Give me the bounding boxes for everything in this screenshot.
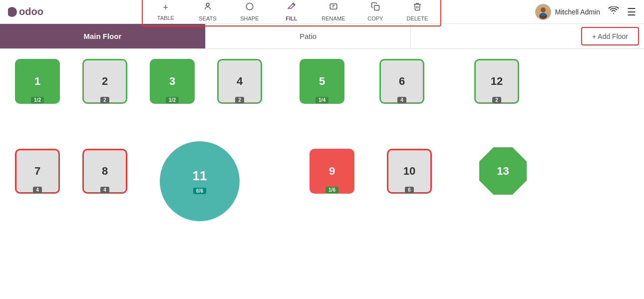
copy-icon [371, 2, 380, 13]
svg-text:odoo: odoo [19, 6, 43, 17]
delete-icon [413, 2, 422, 13]
app-header: odoo + TABLE SEATS SHAPE [0, 0, 644, 24]
toolbar-rename[interactable]: RENAME [319, 2, 348, 21]
svg-point-0 [8, 7, 17, 17]
shape-icon [245, 2, 254, 13]
floor-tab-main[interactable]: Main Floor [0, 24, 206, 48]
rename-icon [329, 2, 338, 13]
fill-icon [287, 2, 296, 13]
svg-point-2 [206, 3, 209, 6]
floor-content: 1 1/2 2 2 3 1/2 4 2 5 1/4 6 4 [0, 49, 644, 273]
table-9[interactable]: 9 1/6 [310, 149, 354, 194]
toolbar-seats[interactable]: SEATS [193, 2, 223, 21]
header-right: Mitchell Admin ☰ [535, 4, 636, 20]
toolbar-copy[interactable]: COPY [360, 2, 390, 21]
add-floor-button[interactable]: + Add Floor [581, 27, 639, 45]
table-1[interactable]: 1 1/2 [15, 59, 60, 104]
table-3[interactable]: 3 1/2 [150, 59, 195, 104]
odoo-logo: odoo [8, 5, 48, 19]
table-4[interactable]: 4 2 [217, 59, 262, 104]
table-7[interactable]: 7 4 [15, 149, 60, 194]
toolbar-delete[interactable]: DELETE [402, 2, 432, 21]
table-2[interactable]: 2 2 [82, 59, 127, 104]
table-12[interactable]: 12 2 [474, 59, 519, 104]
table-5[interactable]: 5 1/4 [300, 59, 344, 104]
floor-tab-patio[interactable]: Patio [206, 24, 411, 48]
table-8[interactable]: 8 4 [82, 149, 127, 194]
svg-point-8 [541, 7, 546, 12]
svg-rect-10 [540, 14, 546, 16]
wifi-icon [608, 6, 619, 17]
toolbar: + TABLE SEATS SHAPE [142, 0, 441, 26]
svg-rect-6 [374, 5, 379, 10]
table-11[interactable]: 11 6/6 [160, 141, 240, 221]
seats-icon [203, 2, 212, 13]
toolbar-shape[interactable]: SHAPE [235, 2, 265, 21]
avatar [535, 4, 551, 20]
toolbar-table[interactable]: + TABLE [151, 2, 181, 21]
table-icon: + [163, 2, 169, 13]
table-6[interactable]: 6 4 [379, 59, 424, 104]
user-name: Mitchell Admin [555, 8, 600, 16]
table-10[interactable]: 10 6 [387, 149, 432, 194]
toolbar-fill[interactable]: FILL [277, 2, 307, 21]
user-info: Mitchell Admin [535, 4, 600, 20]
hamburger-menu-icon[interactable]: ☰ [627, 6, 636, 18]
table-13[interactable]: 13 [479, 147, 527, 195]
svg-point-3 [246, 3, 253, 10]
